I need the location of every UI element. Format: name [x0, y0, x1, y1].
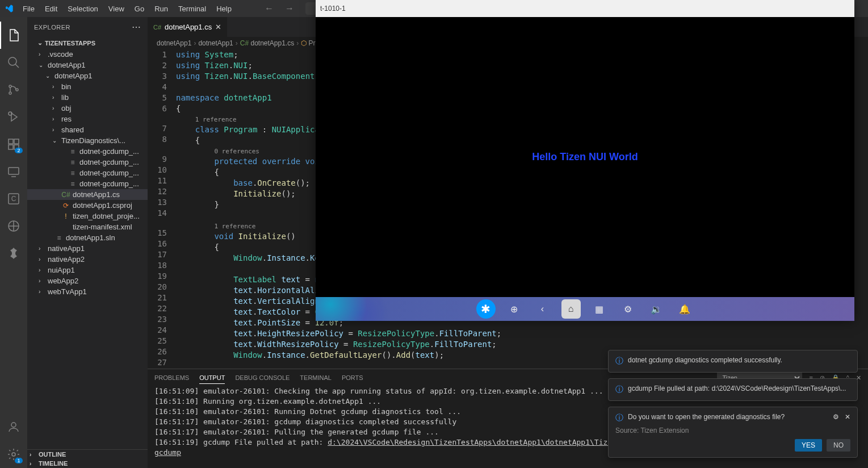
tree-item-label: nativeApp2 — [48, 255, 85, 264]
tree-item-nativeapp2[interactable]: ›nativeApp2 — [27, 254, 148, 265]
tree-item-label: .vscode — [48, 50, 73, 58]
file-icon: ≡ — [68, 169, 77, 177]
menu-file[interactable]: File — [18, 2, 39, 15]
activity-explorer-icon[interactable] — [0, 22, 27, 49]
tree-item-webapp2[interactable]: ›webApp2 — [27, 275, 148, 286]
menu-terminal[interactable]: Terminal — [174, 2, 211, 15]
activity-account-icon[interactable] — [0, 413, 27, 441]
vscode-icon — [5, 4, 14, 13]
menu-selection[interactable]: Selection — [63, 2, 102, 15]
tree-item-obj[interactable]: ›obj — [27, 103, 148, 114]
svg-point-14 — [12, 453, 15, 456]
breadcrumb-item[interactable]: dotnetApp1 — [198, 39, 233, 47]
activity-settings-icon[interactable]: 1 — [0, 441, 27, 468]
tree-item-dotnet-gcdump----[interactable]: ≡dotnet-gcdump_... — [27, 146, 148, 157]
file-icon: ≡ — [68, 148, 77, 156]
tree-item-dotnet-gcdump----[interactable]: ≡dotnet-gcdump_... — [27, 157, 148, 168]
no-button[interactable]: NO — [827, 439, 850, 452]
panel-tab-terminal[interactable]: TERMINAL — [300, 372, 332, 383]
tree-item-label: shared — [61, 126, 84, 134]
notification-toast: ⓘdotnet gcdump diagnostics completed suc… — [608, 350, 858, 373]
nav-back-icon[interactable]: ← — [265, 3, 274, 14]
tree-item-nuiapp1[interactable]: ›nuiApp1 — [27, 265, 148, 275]
close-icon[interactable]: ✕ — [215, 23, 221, 31]
tree-item-label: dotnet-gcdump_... — [79, 147, 139, 156]
tree-item-nativeapp1[interactable]: ›nativeApp1 — [27, 243, 148, 254]
tizen-logo-icon[interactable]: ✱ — [476, 299, 496, 319]
nav-forward-icon[interactable]: → — [285, 3, 294, 14]
breadcrumb-item[interactable]: C# dotnetApp1.cs — [240, 39, 294, 47]
tree-item-tizen-manifest-xml[interactable]: tizen-manifest.xml — [27, 222, 148, 232]
activity-debug-icon[interactable] — [0, 103, 27, 131]
tree-item--vscode[interactable]: ›.vscode — [27, 49, 148, 60]
panel-tab-problems[interactable]: PROBLEMS — [154, 372, 189, 383]
svg-point-2 — [9, 92, 11, 94]
explorer-more-icon[interactable]: ⋯ — [132, 22, 141, 32]
tree-item-label: nuiApp1 — [48, 266, 75, 274]
tree-root[interactable]: ⌄TIZENTESTAPPS — [27, 37, 148, 49]
tree-item-dotnetapp1-sln[interactable]: ≡dotnetApp1.sln — [27, 232, 148, 243]
tree-item-dotnetapp1[interactable]: ⌄dotnetApp1 — [27, 70, 148, 81]
tree-item-dotnetapp1-cs[interactable]: C#dotnetApp1.cs — [27, 189, 148, 200]
notification-toast: ⓘDo you want to open the generated diagn… — [608, 407, 858, 458]
tree-item-tizen-dotnet-proje---[interactable]: !tizen_dotnet_proje... — [27, 211, 148, 222]
menu-edit[interactable]: Edit — [40, 2, 62, 15]
emulator-screen: Hello Tizen NUI World — [316, 17, 854, 297]
activity-c-icon[interactable]: C — [0, 185, 27, 212]
menu-run[interactable]: Run — [150, 2, 173, 15]
notification-toast: ⓘgcdump File pulled at path: d:\2024\VSC… — [608, 378, 858, 401]
sidebar-section-timeline[interactable]: ›TIMELINE — [27, 459, 148, 468]
panel-tab-debug-console[interactable]: DEBUG CONSOLE — [235, 372, 290, 383]
yes-button[interactable]: YES — [795, 439, 822, 452]
activity-search-icon[interactable] — [0, 49, 27, 76]
notification-bell-icon[interactable]: 🔔 — [675, 299, 694, 319]
menu-view[interactable]: View — [104, 2, 129, 15]
gear-icon[interactable]: ⚙ — [833, 413, 839, 421]
back-icon[interactable]: ‹ — [533, 299, 552, 319]
tree-item-bin[interactable]: ›bin — [27, 81, 148, 92]
panel-tab-output[interactable]: OUTPUT — [199, 372, 225, 384]
close-icon[interactable]: ✕ — [845, 413, 850, 421]
tree-item-dotnetapp1-csproj[interactable]: ⟳dotnetApp1.csproj — [27, 200, 148, 211]
home-icon[interactable]: ⌂ — [561, 299, 581, 319]
menu-go[interactable]: Go — [130, 2, 149, 15]
settings-gear-icon[interactable]: ⚙ — [618, 299, 638, 319]
tree-item-tizendiagnostics----[interactable]: ⌄TizenDiagnostics\... — [27, 135, 148, 146]
file-icon: ⟳ — [61, 202, 70, 210]
emulator-window[interactable]: t-1010-1 Hello Tizen NUI World ✱ ⊕ ‹ ⌂ ▦… — [316, 0, 854, 321]
add-icon[interactable]: ⊕ — [505, 299, 524, 319]
activity-remote-icon[interactable] — [0, 158, 27, 185]
tree-item-label: dotnetApp1.sln — [66, 233, 115, 242]
tab-dotnetapp1[interactable]: C# dotnetApp1.cs ✕ — [148, 17, 228, 37]
tree-item-webtvapp1[interactable]: ›webTvApp1 — [27, 286, 148, 297]
activity-tizen-tv-icon[interactable] — [0, 212, 27, 240]
menu-help[interactable]: Help — [212, 2, 236, 15]
svg-rect-5 — [9, 139, 13, 144]
sidebar-section-outline[interactable]: ›OUTLINE — [27, 450, 148, 459]
activity-tizen-icon[interactable] — [0, 240, 27, 267]
activity-scm-icon[interactable] — [0, 76, 27, 103]
activity-bar: 2 C 1 — [0, 17, 27, 468]
notification-toasts: ⓘdotnet gcdump diagnostics completed suc… — [608, 350, 858, 458]
tree-item-label: tizen-manifest.xml — [73, 223, 132, 231]
file-icon: ≡ — [68, 158, 77, 166]
activity-extensions-icon[interactable]: 2 — [0, 131, 27, 158]
tree-item-dotnet-gcdump----[interactable]: ≡dotnet-gcdump_... — [27, 178, 148, 189]
tree-item-label: dotnet-gcdump_... — [79, 169, 139, 177]
tree-item-label: tizen_dotnet_proje... — [73, 212, 140, 220]
volume-icon[interactable]: 🔉 — [647, 299, 666, 319]
emulator-titlebar[interactable]: t-1010-1 — [316, 0, 854, 17]
tree-item-res[interactable]: ›res — [27, 114, 148, 124]
svg-rect-9 — [9, 168, 19, 174]
file-tree: ⌄TIZENTESTAPPS ›.vscode⌄dotnetApp1⌄dotne… — [27, 37, 148, 449]
breadcrumb-item[interactable]: dotnetApp1 — [157, 39, 191, 47]
tree-item-lib[interactable]: ›lib — [27, 92, 148, 103]
apps-grid-icon[interactable]: ▦ — [590, 299, 609, 319]
tree-item-dotnet-gcdump----[interactable]: ≡dotnet-gcdump_... — [27, 168, 148, 178]
tree-item-dotnetapp1[interactable]: ⌄dotnetApp1 — [27, 60, 148, 70]
tree-item-label: res — [61, 115, 72, 123]
tree-item-shared[interactable]: ›shared — [27, 124, 148, 135]
file-icon: ! — [61, 212, 70, 220]
tree-item-label: webTvApp1 — [48, 287, 87, 296]
panel-tab-ports[interactable]: PORTS — [342, 372, 363, 383]
